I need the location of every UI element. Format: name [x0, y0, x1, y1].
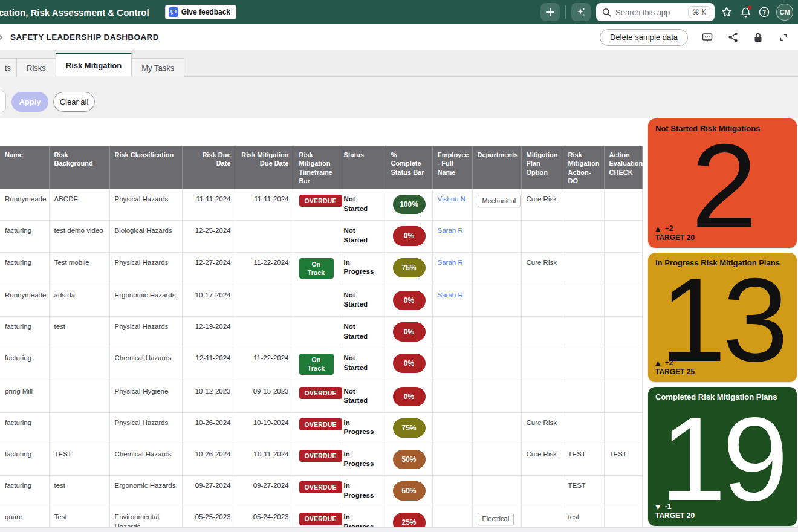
cell-employee	[432, 317, 472, 348]
user-avatar[interactable]: CM	[776, 4, 793, 21]
cell-mitigation-plan-option	[521, 285, 563, 316]
search-box[interactable]: ⌘ K	[596, 3, 715, 21]
timeframe-badge: On Track	[299, 354, 334, 374]
employee-link[interactable]: Sarah R	[438, 259, 463, 266]
ai-assistant-button[interactable]	[571, 3, 591, 21]
cell-risk-background: TEST	[49, 444, 109, 476]
cell-employee: Sarah R	[432, 252, 472, 285]
cell-risk-mitigation-due-date: 09-15-2023	[236, 381, 294, 412]
column-header-9[interactable]: Departments	[472, 146, 521, 189]
table-row: RunnymeadeadsfdaErgonomic Hazards10-17-2…	[0, 285, 642, 316]
column-header-2[interactable]: Risk Classification	[109, 146, 182, 189]
tab-ts[interactable]: ts	[0, 58, 16, 77]
search-shortcut-chip: ⌘ K	[688, 6, 710, 18]
share-button[interactable]	[727, 31, 739, 44]
cell-employee: Sarah R	[432, 221, 472, 252]
cell-status: Not Started	[339, 348, 386, 381]
column-header-10[interactable]: Mitigation Plan Option	[521, 146, 563, 189]
cell-mitigation-plan-option	[521, 221, 563, 252]
cell-action-evaluation-check	[604, 221, 642, 252]
cell-risk-mitigation-action-do: TEST	[563, 476, 604, 507]
column-header-6[interactable]: Status	[339, 146, 386, 189]
filter-bar: Apply Clear all	[0, 77, 798, 118]
tab-risks[interactable]: Risks	[16, 58, 56, 77]
department-chip: Electrical	[478, 513, 514, 525]
triangle-icon: ▲	[655, 225, 660, 233]
column-header-5[interactable]: Risk Mitigation Timeframe Bar	[294, 146, 339, 189]
column-header-0[interactable]: Name	[0, 146, 49, 189]
filter-input-partial[interactable]	[0, 91, 6, 112]
cell-percent-complete: 75%	[386, 252, 432, 285]
cell-timeframe-bar: OVERDUE	[294, 444, 339, 476]
column-header-4[interactable]: Risk Mitigation Due Date	[236, 146, 294, 189]
horizontal-scroll-track[interactable]	[0, 527, 798, 532]
chevron-right-icon[interactable]	[0, 34, 4, 41]
cell-percent-complete: 50%	[386, 476, 432, 507]
cell-departments	[472, 381, 521, 412]
column-header-11[interactable]: Risk Mitigation Action-DO	[563, 146, 604, 189]
cell-risk-background: Test mobile	[49, 252, 109, 285]
give-feedback-button[interactable]: Give feedback	[165, 5, 236, 19]
help-button[interactable]: ?	[757, 5, 771, 19]
cell-departments	[472, 476, 521, 507]
cell-action-evaluation-check: TEST	[604, 444, 642, 476]
column-header-3[interactable]: Risk Due Date	[182, 146, 236, 189]
clear-all-button[interactable]: Clear all	[53, 92, 95, 112]
favorites-button[interactable]	[720, 5, 733, 19]
cell-risk-background	[49, 348, 109, 381]
lock-button[interactable]	[752, 31, 764, 44]
cell-name: facturing	[0, 444, 49, 476]
employee-link[interactable]: Sarah R	[438, 291, 463, 299]
cell-risk-mitigation-action-do	[563, 221, 604, 252]
column-header-1[interactable]: Risk Background	[49, 146, 109, 189]
cell-risk-background	[49, 412, 109, 444]
cell-status: In Progress	[339, 444, 386, 476]
fullscreen-button[interactable]	[777, 31, 790, 44]
tab-risk-mitigation[interactable]: Risk Mitigation	[56, 53, 132, 77]
cell-timeframe-bar: OVERDUE	[294, 189, 339, 221]
kpi-value: 19	[648, 409, 797, 510]
apply-button[interactable]: Apply	[11, 92, 48, 112]
add-new-button[interactable]	[540, 3, 560, 21]
cell-departments: Mechanical	[472, 189, 521, 221]
cell-risk-background: adsfda	[49, 285, 109, 316]
timeframe-badge: OVERDUE	[299, 387, 342, 399]
table-row: RunnymeadeABCDEPhysical Hazards11-11-202…	[0, 189, 642, 221]
cell-name: Runnymeade	[0, 189, 49, 221]
cell-percent-complete: 0%	[386, 381, 432, 412]
cell-name: Runnymeade	[0, 285, 49, 316]
cell-risk-background: ABCDE	[49, 189, 109, 221]
percent-complete-pill: 0%	[393, 322, 426, 342]
employee-link[interactable]: Vishnu N	[438, 195, 465, 203]
cell-status: Not Started	[339, 285, 386, 316]
tab-my-tasks[interactable]: My Tasks	[132, 58, 184, 77]
notifications-button[interactable]	[739, 5, 752, 19]
kpi-value: 2	[648, 136, 797, 237]
timeframe-badge: On Track	[299, 258, 334, 279]
table-body: RunnymeadeABCDEPhysical Hazards11-11-202…	[0, 189, 642, 532]
cell-departments	[472, 317, 521, 348]
kpi-card-completed[interactable]: Completed Risk Mitigation Plans 19 ▼ -1 …	[648, 387, 797, 526]
delete-sample-data-button[interactable]: Delete sample data	[600, 29, 688, 46]
kpi-card-not-started[interactable]: Not Started Risk Mitigations 2 ▲ +2 TARG…	[648, 118, 797, 248]
cell-departments	[472, 285, 521, 316]
cell-action-evaluation-check	[604, 412, 642, 444]
presentation-mode-button[interactable]	[701, 31, 713, 44]
cell-percent-complete: 75%	[386, 412, 432, 444]
dashboard-header-bar: SAFETY LEADERSHIP DASHBOARD Delete sampl…	[0, 24, 798, 51]
column-header-12[interactable]: Action Evaluation-CHECK	[604, 146, 642, 189]
kpi-card-in-progress[interactable]: In Progress Risk Mitigation Plans 13 ▲ +…	[648, 253, 797, 382]
kpi-delta: ▲ +2	[655, 358, 695, 368]
table-row: facturingtestErgonomic Hazards09-27-2024…	[0, 476, 642, 507]
cell-risk-mitigation-action-do	[563, 381, 604, 412]
column-header-8[interactable]: Employee - Full Name	[432, 146, 472, 189]
percent-complete-pill: 75%	[393, 418, 426, 438]
app-title: cation, Risk Assessment & Control	[0, 7, 149, 18]
timeframe-badge: OVERDUE	[299, 418, 342, 430]
search-input[interactable]	[615, 8, 684, 17]
cell-action-evaluation-check	[604, 317, 642, 348]
column-header-7[interactable]: % Complete Status Bar	[386, 146, 432, 189]
cell-risk-mitigation-action-do	[563, 317, 604, 348]
cell-name: pring Mill	[0, 381, 49, 412]
employee-link[interactable]: Sarah R	[438, 227, 463, 234]
